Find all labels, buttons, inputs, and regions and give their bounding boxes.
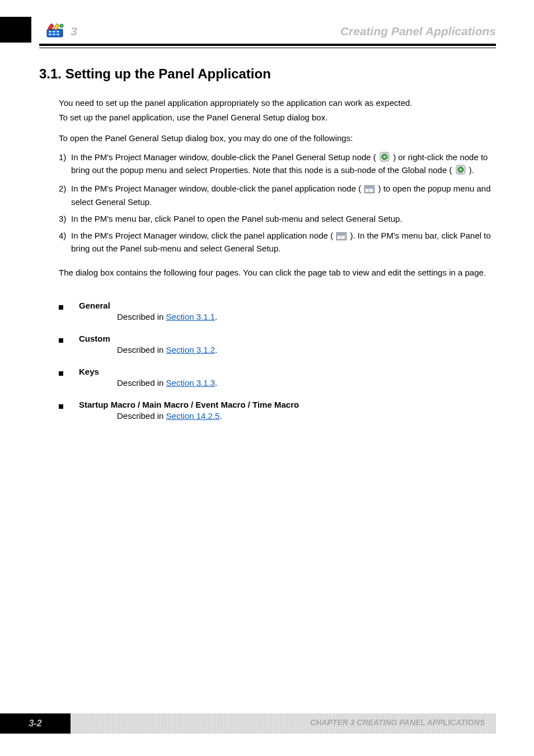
chapter-title: Creating Panel Applications — [340, 25, 496, 38]
svg-rect-1 — [49, 31, 51, 32]
bullet-square-icon — [59, 404, 63, 409]
page-desc-prefix: Described in — [117, 378, 166, 388]
panel-gray-icon — [364, 185, 374, 196]
method-text: In the PM's Project Manager window, doub… — [71, 152, 376, 162]
page-desc-suffix: . — [215, 345, 217, 354]
footer-product: CHAPTER 3 CREATING PANEL APPLICATIONS — [310, 718, 485, 727]
gear-green-icon — [380, 152, 390, 165]
method-text: In the PM's Project Manager window, doub… — [71, 184, 361, 193]
page-item-custom: Custom Described in Section 3.1.2. — [59, 334, 496, 354]
intro-block: You need to set up the panel application… — [39, 97, 496, 278]
panel-gray-icon — [336, 232, 346, 243]
page-item-keys: Keys Described in Section 3.1.3. — [59, 367, 496, 388]
page-name: General — [79, 301, 110, 310]
method-number: 3) — [59, 213, 66, 225]
svg-rect-2 — [53, 31, 55, 32]
page-body: 3.1. Setting up the Panel Application Yo… — [39, 66, 496, 433]
methods-list: 1) In the PM's Project Manager window, d… — [59, 152, 496, 255]
page-name: Startup Macro / Main Macro / Event Macro… — [79, 400, 299, 409]
svg-rect-0 — [47, 29, 63, 37]
page-name: Custom — [79, 334, 110, 343]
method-number: 1) — [59, 152, 66, 163]
page-desc-prefix: Described in — [117, 411, 166, 421]
method-item-1: 1) In the PM's Project Manager window, d… — [59, 152, 496, 178]
method-number: 4) — [59, 230, 66, 241]
page-name: Keys — [79, 367, 99, 376]
svg-rect-5 — [53, 34, 55, 35]
svg-rect-20 — [338, 236, 340, 239]
footer-page-ref: 3-2 — [29, 718, 41, 729]
dialog-pages-list: General Described in Section 3.1.1. Cust… — [59, 301, 496, 421]
svg-rect-6 — [57, 34, 59, 35]
svg-rect-4 — [49, 34, 51, 35]
section-title-text: Setting up the Panel Application — [65, 66, 271, 81]
method-text: ). — [469, 165, 474, 175]
method-item-4: 4) In the PM's Project Manager window, c… — [59, 230, 496, 255]
header-rule-thick — [39, 44, 496, 46]
page-footer: 3-2 CHAPTER 3 CREATING PANEL APPLICATION… — [0, 713, 534, 734]
section-link[interactable]: Section 3.1.1 — [166, 312, 216, 321]
svg-point-10 — [383, 156, 386, 158]
svg-rect-16 — [366, 189, 368, 192]
section-link[interactable]: Section 3.1.2 — [166, 345, 216, 354]
method-number: 2) — [59, 183, 66, 194]
app-icon — [46, 22, 65, 40]
bullet-square-icon — [59, 371, 63, 376]
page-header: 3 Creating Panel Applications — [0, 0, 534, 48]
header-rule-thin — [39, 48, 496, 48]
method-item-3: 3) In the PM's menu bar, click Panel to … — [59, 213, 496, 225]
method-text: In the PM's Project Manager window, clic… — [71, 231, 333, 240]
methods-lead: To open the Panel General Setup dialog b… — [59, 133, 496, 144]
intro-line-1: You need to set up the panel application… — [59, 97, 496, 109]
bullet-square-icon — [59, 305, 63, 310]
page-desc-suffix: . — [215, 378, 217, 388]
page-desc-suffix: . — [219, 411, 222, 421]
section-number: 3.1. — [39, 66, 62, 81]
svg-rect-17 — [369, 189, 372, 192]
footer-page-ref-box: 3-2 — [0, 713, 71, 734]
document-page: 3 Creating Panel Applications 3.1. Setti… — [0, 0, 534, 756]
page-item-general: General Described in Section 3.1.1. — [59, 301, 496, 321]
dialog-pages-lead: The dialog box contains the following fo… — [59, 267, 496, 278]
page-desc-prefix: Described in — [117, 312, 166, 321]
page-desc-suffix: . — [215, 312, 217, 321]
section-heading: 3.1. Setting up the Panel Application — [39, 66, 496, 82]
gear-green-icon — [456, 165, 466, 178]
section-link[interactable]: Section 3.1.3 — [166, 378, 216, 388]
svg-rect-3 — [57, 31, 59, 32]
section-link[interactable]: Section 14.2.5 — [166, 411, 220, 421]
page-item-macros: Startup Macro / Main Macro / Event Macro… — [59, 400, 496, 421]
chapter-number: 3 — [71, 25, 77, 38]
intro-line-2: To set up the panel application, use the… — [59, 112, 496, 123]
page-desc-prefix: Described in — [117, 345, 166, 354]
method-text: In the PM's menu bar, click Panel to ope… — [71, 214, 402, 223]
page-edge-tab — [0, 17, 31, 43]
svg-rect-15 — [366, 186, 373, 188]
svg-rect-21 — [341, 236, 344, 239]
bullet-square-icon — [59, 338, 63, 343]
method-item-2: 2) In the PM's Project Manager window, d… — [59, 183, 496, 208]
svg-point-13 — [460, 169, 462, 171]
svg-point-7 — [60, 24, 63, 27]
svg-rect-19 — [338, 234, 345, 235]
